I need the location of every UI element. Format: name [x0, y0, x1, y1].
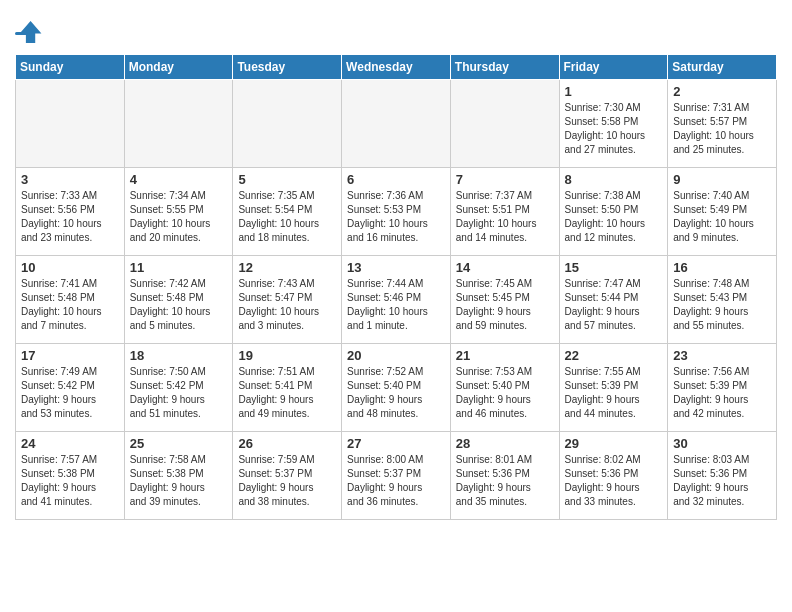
day-number: 12	[238, 260, 336, 275]
day-info: Sunrise: 7:53 AM Sunset: 5:40 PM Dayligh…	[456, 365, 554, 421]
weekday-header-wednesday: Wednesday	[342, 55, 451, 80]
calendar-cell: 24Sunrise: 7:57 AM Sunset: 5:38 PM Dayli…	[16, 432, 125, 520]
calendar-table: SundayMondayTuesdayWednesdayThursdayFrid…	[15, 54, 777, 520]
day-number: 7	[456, 172, 554, 187]
day-number: 13	[347, 260, 445, 275]
day-info: Sunrise: 8:01 AM Sunset: 5:36 PM Dayligh…	[456, 453, 554, 509]
calendar-cell: 7Sunrise: 7:37 AM Sunset: 5:51 PM Daylig…	[450, 168, 559, 256]
day-info: Sunrise: 7:33 AM Sunset: 5:56 PM Dayligh…	[21, 189, 119, 245]
calendar-cell: 25Sunrise: 7:58 AM Sunset: 5:38 PM Dayli…	[124, 432, 233, 520]
weekday-header-row: SundayMondayTuesdayWednesdayThursdayFrid…	[16, 55, 777, 80]
weekday-header-thursday: Thursday	[450, 55, 559, 80]
calendar-cell	[124, 80, 233, 168]
day-number: 19	[238, 348, 336, 363]
day-info: Sunrise: 7:42 AM Sunset: 5:48 PM Dayligh…	[130, 277, 228, 333]
day-info: Sunrise: 7:51 AM Sunset: 5:41 PM Dayligh…	[238, 365, 336, 421]
day-info: Sunrise: 7:30 AM Sunset: 5:58 PM Dayligh…	[565, 101, 663, 157]
calendar-cell	[450, 80, 559, 168]
day-number: 5	[238, 172, 336, 187]
day-info: Sunrise: 7:58 AM Sunset: 5:38 PM Dayligh…	[130, 453, 228, 509]
day-info: Sunrise: 7:52 AM Sunset: 5:40 PM Dayligh…	[347, 365, 445, 421]
calendar-cell: 23Sunrise: 7:56 AM Sunset: 5:39 PM Dayli…	[668, 344, 777, 432]
calendar-cell: 4Sunrise: 7:34 AM Sunset: 5:55 PM Daylig…	[124, 168, 233, 256]
day-number: 2	[673, 84, 771, 99]
calendar-week-5: 24Sunrise: 7:57 AM Sunset: 5:38 PM Dayli…	[16, 432, 777, 520]
day-info: Sunrise: 7:37 AM Sunset: 5:51 PM Dayligh…	[456, 189, 554, 245]
calendar-week-4: 17Sunrise: 7:49 AM Sunset: 5:42 PM Dayli…	[16, 344, 777, 432]
day-number: 15	[565, 260, 663, 275]
day-number: 17	[21, 348, 119, 363]
day-info: Sunrise: 7:49 AM Sunset: 5:42 PM Dayligh…	[21, 365, 119, 421]
day-info: Sunrise: 7:47 AM Sunset: 5:44 PM Dayligh…	[565, 277, 663, 333]
calendar-cell: 5Sunrise: 7:35 AM Sunset: 5:54 PM Daylig…	[233, 168, 342, 256]
day-number: 25	[130, 436, 228, 451]
calendar-cell: 8Sunrise: 7:38 AM Sunset: 5:50 PM Daylig…	[559, 168, 668, 256]
calendar-cell: 19Sunrise: 7:51 AM Sunset: 5:41 PM Dayli…	[233, 344, 342, 432]
day-number: 6	[347, 172, 445, 187]
day-number: 21	[456, 348, 554, 363]
calendar-cell: 21Sunrise: 7:53 AM Sunset: 5:40 PM Dayli…	[450, 344, 559, 432]
calendar-cell: 17Sunrise: 7:49 AM Sunset: 5:42 PM Dayli…	[16, 344, 125, 432]
page: SundayMondayTuesdayWednesdayThursdayFrid…	[0, 0, 792, 535]
calendar-cell: 30Sunrise: 8:03 AM Sunset: 5:36 PM Dayli…	[668, 432, 777, 520]
day-number: 28	[456, 436, 554, 451]
day-number: 4	[130, 172, 228, 187]
calendar-cell: 2Sunrise: 7:31 AM Sunset: 5:57 PM Daylig…	[668, 80, 777, 168]
day-info: Sunrise: 7:43 AM Sunset: 5:47 PM Dayligh…	[238, 277, 336, 333]
calendar-cell: 9Sunrise: 7:40 AM Sunset: 5:49 PM Daylig…	[668, 168, 777, 256]
calendar-cell: 26Sunrise: 7:59 AM Sunset: 5:37 PM Dayli…	[233, 432, 342, 520]
day-info: Sunrise: 8:02 AM Sunset: 5:36 PM Dayligh…	[565, 453, 663, 509]
day-number: 3	[21, 172, 119, 187]
calendar-week-3: 10Sunrise: 7:41 AM Sunset: 5:48 PM Dayli…	[16, 256, 777, 344]
day-info: Sunrise: 7:44 AM Sunset: 5:46 PM Dayligh…	[347, 277, 445, 333]
day-number: 10	[21, 260, 119, 275]
calendar-cell: 11Sunrise: 7:42 AM Sunset: 5:48 PM Dayli…	[124, 256, 233, 344]
calendar-cell	[342, 80, 451, 168]
calendar-cell	[16, 80, 125, 168]
day-info: Sunrise: 7:45 AM Sunset: 5:45 PM Dayligh…	[456, 277, 554, 333]
weekday-header-monday: Monday	[124, 55, 233, 80]
calendar-cell: 10Sunrise: 7:41 AM Sunset: 5:48 PM Dayli…	[16, 256, 125, 344]
day-number: 1	[565, 84, 663, 99]
day-info: Sunrise: 7:57 AM Sunset: 5:38 PM Dayligh…	[21, 453, 119, 509]
logo-icon	[15, 18, 43, 46]
calendar-cell: 6Sunrise: 7:36 AM Sunset: 5:53 PM Daylig…	[342, 168, 451, 256]
day-info: Sunrise: 7:34 AM Sunset: 5:55 PM Dayligh…	[130, 189, 228, 245]
logo	[15, 18, 45, 46]
day-info: Sunrise: 7:35 AM Sunset: 5:54 PM Dayligh…	[238, 189, 336, 245]
calendar-cell: 16Sunrise: 7:48 AM Sunset: 5:43 PM Dayli…	[668, 256, 777, 344]
weekday-header-friday: Friday	[559, 55, 668, 80]
day-number: 24	[21, 436, 119, 451]
day-info: Sunrise: 7:41 AM Sunset: 5:48 PM Dayligh…	[21, 277, 119, 333]
day-info: Sunrise: 7:38 AM Sunset: 5:50 PM Dayligh…	[565, 189, 663, 245]
day-number: 18	[130, 348, 228, 363]
weekday-header-saturday: Saturday	[668, 55, 777, 80]
calendar-week-1: 1Sunrise: 7:30 AM Sunset: 5:58 PM Daylig…	[16, 80, 777, 168]
header	[15, 10, 777, 46]
calendar-cell: 28Sunrise: 8:01 AM Sunset: 5:36 PM Dayli…	[450, 432, 559, 520]
weekday-header-tuesday: Tuesday	[233, 55, 342, 80]
day-number: 26	[238, 436, 336, 451]
day-info: Sunrise: 7:48 AM Sunset: 5:43 PM Dayligh…	[673, 277, 771, 333]
day-info: Sunrise: 7:56 AM Sunset: 5:39 PM Dayligh…	[673, 365, 771, 421]
day-number: 9	[673, 172, 771, 187]
day-info: Sunrise: 7:50 AM Sunset: 5:42 PM Dayligh…	[130, 365, 228, 421]
calendar-cell: 1Sunrise: 7:30 AM Sunset: 5:58 PM Daylig…	[559, 80, 668, 168]
calendar-cell: 12Sunrise: 7:43 AM Sunset: 5:47 PM Dayli…	[233, 256, 342, 344]
day-number: 20	[347, 348, 445, 363]
day-number: 14	[456, 260, 554, 275]
day-number: 27	[347, 436, 445, 451]
calendar-cell: 22Sunrise: 7:55 AM Sunset: 5:39 PM Dayli…	[559, 344, 668, 432]
day-number: 23	[673, 348, 771, 363]
day-info: Sunrise: 8:00 AM Sunset: 5:37 PM Dayligh…	[347, 453, 445, 509]
calendar-cell: 29Sunrise: 8:02 AM Sunset: 5:36 PM Dayli…	[559, 432, 668, 520]
day-number: 29	[565, 436, 663, 451]
calendar-week-2: 3Sunrise: 7:33 AM Sunset: 5:56 PM Daylig…	[16, 168, 777, 256]
calendar-cell: 18Sunrise: 7:50 AM Sunset: 5:42 PM Dayli…	[124, 344, 233, 432]
calendar-cell: 13Sunrise: 7:44 AM Sunset: 5:46 PM Dayli…	[342, 256, 451, 344]
calendar-cell: 27Sunrise: 8:00 AM Sunset: 5:37 PM Dayli…	[342, 432, 451, 520]
day-info: Sunrise: 7:36 AM Sunset: 5:53 PM Dayligh…	[347, 189, 445, 245]
day-number: 22	[565, 348, 663, 363]
day-number: 16	[673, 260, 771, 275]
calendar-cell: 14Sunrise: 7:45 AM Sunset: 5:45 PM Dayli…	[450, 256, 559, 344]
